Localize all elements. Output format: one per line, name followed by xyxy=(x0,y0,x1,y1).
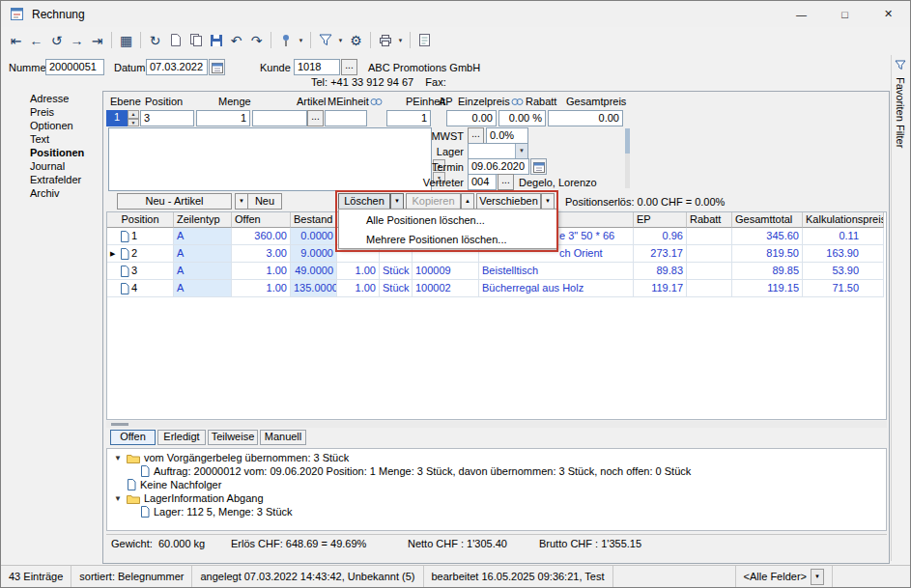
menge-field[interactable]: 1 xyxy=(196,110,250,126)
col-kalkulationspreis-header[interactable]: Kalkulationspreis xyxy=(803,212,884,228)
col-offen-header[interactable]: Offen xyxy=(232,212,291,228)
ebene-stepper[interactable]: ▲▼ xyxy=(128,110,139,126)
tab-erledigt[interactable]: Erledigt xyxy=(157,430,206,445)
termin-calendar-button[interactable] xyxy=(530,158,547,175)
tree-node[interactable]: Auftrag: 20000012 vom: 09.06.2020 Positi… xyxy=(140,464,886,478)
form-view-icon[interactable] xyxy=(414,30,435,50)
cell-kalkulationspreis[interactable]: 53.90 xyxy=(803,263,884,280)
favorites-filter-strip[interactable]: Favoriten Filter xyxy=(891,55,909,561)
redo-icon[interactable]: ↷ xyxy=(246,30,267,50)
mwst-lookup-button[interactable]: ... xyxy=(468,127,484,144)
cell-kalkulationspreis[interactable]: 0.11 xyxy=(803,228,884,245)
cell-offen[interactable]: 360.00 xyxy=(232,228,291,245)
copy-icon[interactable] xyxy=(185,30,206,50)
nav-next-icon[interactable]: → xyxy=(67,30,87,50)
cell-bestand[interactable]: 9.0000 xyxy=(291,245,337,263)
sidebar-item-positionen[interactable]: Positionen xyxy=(1,146,101,159)
cell-rabatt[interactable] xyxy=(687,245,732,263)
sidebar-item-archiv[interactable]: Archiv xyxy=(1,186,101,200)
menu-item-mehrere-positionen-loeschen[interactable]: Mehrere Positionen löschen... xyxy=(339,230,556,249)
cell-gesamttotal[interactable]: 345.60 xyxy=(732,228,803,245)
tab-manuell[interactable]: Manuell xyxy=(260,430,306,445)
fields-filter-value[interactable]: <Alle Felder> xyxy=(744,571,807,582)
cell-kalkulationspreis[interactable]: 163.90 xyxy=(803,245,884,263)
table-row[interactable]: 4 A 1.00 135.0000 1.00 Stück 100002 Büch… xyxy=(107,280,886,297)
nav-prev-icon[interactable]: ← xyxy=(26,30,46,50)
refresh-icon[interactable]: ↻ xyxy=(145,30,165,50)
peinheit-field[interactable]: 1 xyxy=(386,110,431,126)
sidebar-item-text[interactable]: Text xyxy=(1,132,101,146)
position-field[interactable]: 3 xyxy=(140,110,194,126)
cell-position[interactable]: 1 xyxy=(107,228,174,245)
cell-position[interactable]: ▶2 xyxy=(107,245,174,263)
nav-first-icon[interactable]: ⇤ xyxy=(6,30,26,50)
cell-bezeichnung[interactable]: Beistelltisch xyxy=(479,263,634,280)
cell-bestand[interactable]: 135.0000 xyxy=(291,280,337,297)
mwst-field[interactable]: 0.0% xyxy=(486,127,528,144)
cell-rabatt[interactable] xyxy=(687,263,732,280)
einzelpreis-field[interactable]: 0.00 xyxy=(446,110,497,126)
new-document-icon[interactable] xyxy=(165,30,185,50)
sidebar-item-extrafelder[interactable]: Extrafelder xyxy=(1,173,101,186)
pin-dropdown-icon[interactable]: ▼ xyxy=(296,30,306,50)
verschieben-dropdown-button[interactable]: ▼ xyxy=(541,193,555,210)
cell-bestand[interactable]: 0.0000 xyxy=(291,228,337,245)
save-icon[interactable] xyxy=(206,30,226,50)
gesamtpreis-field[interactable]: 0.00 xyxy=(548,110,623,126)
minimize-button[interactable]: — xyxy=(780,1,823,27)
filter-icon[interactable] xyxy=(315,30,335,50)
cell-gesamttotal[interactable]: 119.15 xyxy=(732,280,803,297)
col-rabatt-header[interactable]: Rabatt xyxy=(687,212,732,228)
cell-artikel[interactable]: 100009 xyxy=(413,263,479,280)
datum-calendar-button[interactable] xyxy=(209,59,225,75)
cell-kalkulationspreis[interactable]: 71.50 xyxy=(803,280,884,297)
cell-ep[interactable]: 0.96 xyxy=(634,228,687,245)
cell-offen[interactable]: 1.00 xyxy=(232,280,291,297)
cell-zeilentyp[interactable]: A xyxy=(174,245,232,263)
grid-view-icon[interactable]: ▦ xyxy=(116,30,136,50)
chevron-down-icon[interactable]: ▼ xyxy=(515,144,527,158)
print-icon[interactable] xyxy=(375,30,395,50)
cell-zeilentyp[interactable]: A xyxy=(174,280,232,297)
tree-node[interactable]: Keine Nachfolger xyxy=(127,478,886,491)
close-button[interactable]: ✕ xyxy=(867,1,910,27)
col-ep-header[interactable]: EP xyxy=(634,212,687,228)
neu-button[interactable]: Neu xyxy=(247,193,282,210)
cell-bestand[interactable]: 49.0000 xyxy=(291,263,337,280)
table-row[interactable]: 3 A 1.00 49.0000 1.00 Stück 100009 Beist… xyxy=(107,263,886,280)
col-zeilentyp-header[interactable]: Zeilentyp xyxy=(174,212,232,228)
cell-offen[interactable]: 1.00 xyxy=(232,263,291,280)
cell-artikel[interactable]: 100002 xyxy=(413,280,479,297)
cell-menge[interactable]: 1.00 xyxy=(337,280,380,297)
vertreter-field[interactable]: 004 xyxy=(468,174,497,190)
collapse-icon[interactable]: ▼ xyxy=(113,454,123,462)
vertreter-lookup-button[interactable]: ... xyxy=(498,174,514,190)
kunde-lookup-button[interactable]: ... xyxy=(341,59,357,75)
scrollbar-thumb[interactable] xyxy=(625,128,630,154)
col-bestand-header[interactable]: Bestand xyxy=(291,212,337,228)
cell-ep[interactable]: 119.17 xyxy=(634,280,687,297)
tab-offen[interactable]: Offen xyxy=(110,430,156,445)
splitter-handle[interactable] xyxy=(111,423,128,426)
lager-select[interactable]: ▼ xyxy=(468,143,528,159)
verschieben-button[interactable]: Verschieben xyxy=(476,193,541,210)
cell-gesamttotal[interactable]: 819.50 xyxy=(732,245,803,263)
nav-reload-icon[interactable]: ↺ xyxy=(46,30,67,50)
kopieren-button[interactable]: Kopieren xyxy=(406,193,461,210)
tab-teilweise[interactable]: Teilweise xyxy=(208,430,258,445)
tree-node[interactable]: Lager: 112 5, Menge: 3 Stück xyxy=(140,505,886,518)
cell-zeilentyp[interactable]: A xyxy=(174,263,232,280)
filter-dropdown-icon[interactable]: ▼ xyxy=(335,30,346,50)
menu-item-alle-positionen-loeschen[interactable]: Alle Positionen löschen... xyxy=(339,210,556,230)
datum-field[interactable]: 07.03.2022 xyxy=(146,59,208,75)
cell-rabatt[interactable] xyxy=(687,280,732,297)
maximize-button[interactable]: □ xyxy=(823,1,867,27)
position-text-area[interactable] xyxy=(108,127,432,191)
cell-einheit[interactable]: Stück xyxy=(380,280,413,297)
kunde-field[interactable]: 1018 xyxy=(294,59,340,75)
cell-ep[interactable]: 273.17 xyxy=(634,245,687,263)
nummer-field[interactable]: 20000051 xyxy=(45,59,104,75)
sidebar-item-adresse[interactable]: Adresse xyxy=(1,92,101,105)
loeschen-dropdown-button[interactable]: ▼ xyxy=(390,193,404,210)
cell-menge[interactable]: 1.00 xyxy=(337,263,380,280)
